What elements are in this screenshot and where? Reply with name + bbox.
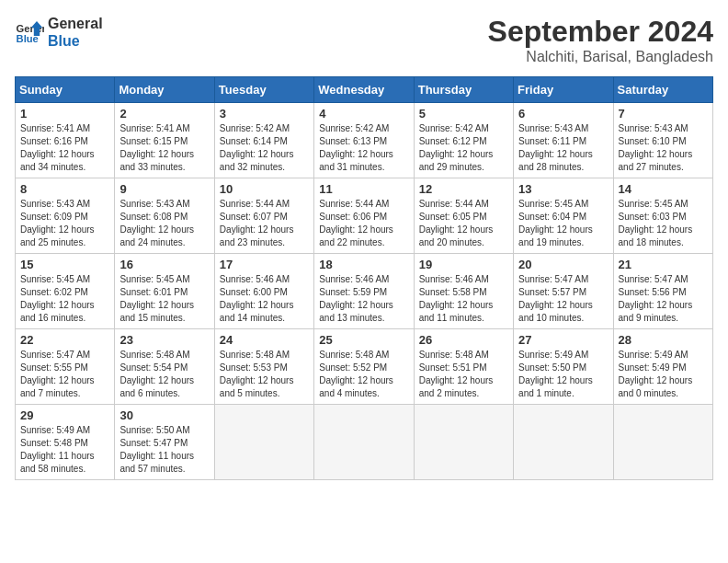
col-header-thursday: Thursday: [414, 77, 513, 103]
day-cell: 11Sunrise: 5:44 AM Sunset: 6:06 PM Dayli…: [314, 178, 414, 254]
col-header-sunday: Sunday: [16, 77, 115, 103]
col-header-tuesday: Tuesday: [214, 77, 313, 103]
month-title: September 2024: [488, 15, 713, 49]
day-info: Sunrise: 5:48 AM Sunset: 5:52 PM Dayligh…: [319, 349, 408, 400]
day-cell: [514, 405, 613, 480]
day-number: 9: [119, 182, 209, 196]
day-cell: 4Sunrise: 5:42 AM Sunset: 6:13 PM Daylig…: [314, 103, 414, 178]
day-number: 28: [619, 333, 708, 347]
day-cell: [414, 405, 513, 480]
day-info: Sunrise: 5:43 AM Sunset: 6:11 PM Dayligh…: [518, 122, 608, 174]
day-info: Sunrise: 5:49 AM Sunset: 5:49 PM Dayligh…: [619, 349, 708, 400]
day-cell: 5Sunrise: 5:42 AM Sunset: 6:12 PM Daylig…: [414, 103, 513, 178]
calendar-table: SundayMondayTuesdayWednesdayThursdayFrid…: [15, 76, 713, 480]
logo-general: General: [48, 15, 103, 32]
day-cell: 22Sunrise: 5:47 AM Sunset: 5:55 PM Dayli…: [16, 329, 115, 405]
day-cell: [613, 405, 712, 480]
day-cell: 30Sunrise: 5:50 AM Sunset: 5:47 PM Dayli…: [115, 405, 214, 480]
day-info: Sunrise: 5:43 AM Sunset: 6:08 PM Dayligh…: [119, 198, 209, 249]
day-info: Sunrise: 5:46 AM Sunset: 5:59 PM Dayligh…: [319, 273, 408, 325]
day-number: 7: [619, 107, 708, 121]
day-info: Sunrise: 5:41 AM Sunset: 6:16 PM Dayligh…: [20, 122, 109, 174]
day-info: Sunrise: 5:48 AM Sunset: 5:51 PM Dayligh…: [419, 349, 508, 400]
day-info: Sunrise: 5:43 AM Sunset: 6:10 PM Dayligh…: [619, 122, 708, 174]
day-number: 30: [119, 408, 209, 422]
day-cell: 24Sunrise: 5:48 AM Sunset: 5:53 PM Dayli…: [214, 329, 313, 405]
day-number: 23: [119, 333, 209, 347]
day-number: 18: [319, 258, 408, 271]
day-info: Sunrise: 5:47 AM Sunset: 5:57 PM Dayligh…: [518, 273, 608, 325]
logo-blue: Blue: [48, 32, 103, 50]
day-info: Sunrise: 5:50 AM Sunset: 5:47 PM Dayligh…: [119, 424, 209, 476]
day-cell: 1Sunrise: 5:41 AM Sunset: 6:16 PM Daylig…: [16, 103, 115, 178]
day-info: Sunrise: 5:44 AM Sunset: 6:05 PM Dayligh…: [419, 198, 508, 249]
week-row-3: 15Sunrise: 5:45 AM Sunset: 6:02 PM Dayli…: [16, 254, 713, 329]
day-cell: 16Sunrise: 5:45 AM Sunset: 6:01 PM Dayli…: [115, 254, 214, 329]
day-cell: 12Sunrise: 5:44 AM Sunset: 6:05 PM Dayli…: [414, 178, 513, 254]
day-number: 20: [518, 258, 608, 271]
day-number: 17: [220, 258, 309, 271]
day-number: 12: [419, 182, 508, 196]
day-cell: 6Sunrise: 5:43 AM Sunset: 6:11 PM Daylig…: [514, 103, 613, 178]
day-number: 14: [619, 182, 708, 196]
day-info: Sunrise: 5:47 AM Sunset: 5:55 PM Dayligh…: [20, 349, 109, 400]
day-cell: 19Sunrise: 5:46 AM Sunset: 5:58 PM Dayli…: [414, 254, 513, 329]
day-info: Sunrise: 5:49 AM Sunset: 5:50 PM Dayligh…: [518, 349, 608, 400]
day-info: Sunrise: 5:48 AM Sunset: 5:53 PM Dayligh…: [220, 349, 309, 400]
location-subtitle: Nalchiti, Barisal, Bangladesh: [488, 49, 713, 65]
day-cell: [214, 405, 313, 480]
day-cell: 8Sunrise: 5:43 AM Sunset: 6:09 PM Daylig…: [16, 178, 115, 254]
day-info: Sunrise: 5:49 AM Sunset: 5:48 PM Dayligh…: [20, 424, 109, 476]
day-number: 13: [518, 182, 608, 196]
day-info: Sunrise: 5:42 AM Sunset: 6:12 PM Dayligh…: [419, 122, 508, 174]
day-info: Sunrise: 5:42 AM Sunset: 6:14 PM Dayligh…: [220, 122, 309, 174]
col-header-wednesday: Wednesday: [314, 77, 414, 103]
day-number: 26: [419, 333, 508, 347]
day-cell: 29Sunrise: 5:49 AM Sunset: 5:48 PM Dayli…: [16, 405, 115, 480]
day-number: 21: [619, 258, 708, 271]
day-cell: 25Sunrise: 5:48 AM Sunset: 5:52 PM Dayli…: [314, 329, 414, 405]
day-cell: 9Sunrise: 5:43 AM Sunset: 6:08 PM Daylig…: [115, 178, 214, 254]
day-number: 24: [220, 333, 309, 347]
day-info: Sunrise: 5:45 AM Sunset: 6:02 PM Dayligh…: [20, 273, 109, 325]
title-block: September 2024 Nalchiti, Barisal, Bangla…: [488, 15, 713, 65]
day-cell: 14Sunrise: 5:45 AM Sunset: 6:03 PM Dayli…: [613, 178, 712, 254]
day-number: 5: [419, 107, 508, 121]
day-number: 11: [319, 182, 408, 196]
day-info: Sunrise: 5:47 AM Sunset: 5:56 PM Dayligh…: [619, 273, 708, 325]
day-cell: 7Sunrise: 5:43 AM Sunset: 6:10 PM Daylig…: [613, 103, 712, 178]
day-number: 3: [220, 107, 309, 121]
week-row-1: 1Sunrise: 5:41 AM Sunset: 6:16 PM Daylig…: [16, 103, 713, 178]
day-number: 25: [319, 333, 408, 347]
day-cell: 23Sunrise: 5:48 AM Sunset: 5:54 PM Dayli…: [115, 329, 214, 405]
day-cell: 28Sunrise: 5:49 AM Sunset: 5:49 PM Dayli…: [613, 329, 712, 405]
day-cell: 20Sunrise: 5:47 AM Sunset: 5:57 PM Dayli…: [514, 254, 613, 329]
day-number: 10: [220, 182, 309, 196]
day-info: Sunrise: 5:41 AM Sunset: 6:15 PM Dayligh…: [119, 122, 209, 174]
day-number: 22: [20, 333, 109, 347]
day-number: 29: [20, 408, 109, 422]
day-number: 2: [119, 107, 209, 121]
day-cell: 2Sunrise: 5:41 AM Sunset: 6:15 PM Daylig…: [115, 103, 214, 178]
day-info: Sunrise: 5:45 AM Sunset: 6:04 PM Dayligh…: [518, 198, 608, 249]
day-cell: 15Sunrise: 5:45 AM Sunset: 6:02 PM Dayli…: [16, 254, 115, 329]
day-cell: [314, 405, 414, 480]
day-number: 16: [119, 258, 209, 271]
day-info: Sunrise: 5:46 AM Sunset: 5:58 PM Dayligh…: [419, 273, 508, 325]
day-info: Sunrise: 5:44 AM Sunset: 6:07 PM Dayligh…: [220, 198, 309, 249]
day-cell: 3Sunrise: 5:42 AM Sunset: 6:14 PM Daylig…: [214, 103, 313, 178]
col-header-saturday: Saturday: [613, 77, 712, 103]
page-header: General Blue General Blue September 2024…: [15, 15, 713, 65]
day-cell: 21Sunrise: 5:47 AM Sunset: 5:56 PM Dayli…: [613, 254, 712, 329]
day-cell: 10Sunrise: 5:44 AM Sunset: 6:07 PM Dayli…: [214, 178, 313, 254]
day-number: 15: [20, 258, 109, 271]
day-number: 27: [518, 333, 608, 347]
day-cell: 13Sunrise: 5:45 AM Sunset: 6:04 PM Dayli…: [514, 178, 613, 254]
day-info: Sunrise: 5:44 AM Sunset: 6:06 PM Dayligh…: [319, 198, 408, 249]
week-row-4: 22Sunrise: 5:47 AM Sunset: 5:55 PM Dayli…: [16, 329, 713, 405]
day-number: 6: [518, 107, 608, 121]
col-header-friday: Friday: [514, 77, 613, 103]
day-number: 19: [419, 258, 508, 271]
day-info: Sunrise: 5:45 AM Sunset: 6:03 PM Dayligh…: [619, 198, 708, 249]
day-cell: 27Sunrise: 5:49 AM Sunset: 5:50 PM Dayli…: [514, 329, 613, 405]
